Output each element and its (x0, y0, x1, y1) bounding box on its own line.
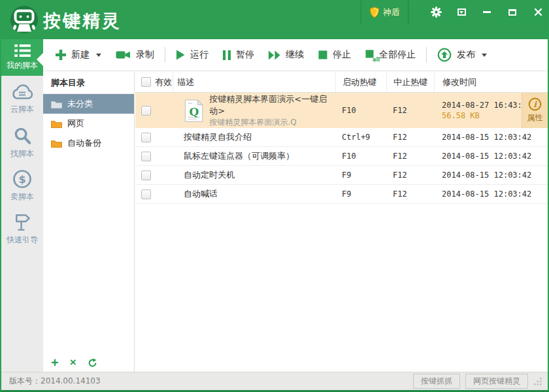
modified-time: 2014-08-15 12:03:42 (434, 133, 548, 142)
header-modified-time: 修改时间 (434, 72, 548, 92)
pause-label: 暂停 (236, 49, 254, 61)
sidebar-item-label: 找脚本 (10, 148, 34, 159)
app-logo-robot-icon (9, 5, 39, 35)
shield-badge[interactable]: 神盾 (369, 7, 400, 18)
publish-label: 发布 (457, 49, 475, 61)
row-checkbox[interactable] (141, 152, 151, 161)
script-title: 按键精灵自我介绍 (173, 131, 335, 143)
gear-icon (431, 7, 442, 18)
settings-button[interactable] (430, 6, 442, 19)
toolbar-separator (165, 47, 165, 63)
pause-icon (223, 50, 231, 60)
table-row-selected[interactable]: Q 按键精灵脚本界面演示<一键启动> 按键精灵脚本界面演示.Q F10 F12 … (135, 93, 548, 128)
select-all-checkbox[interactable] (141, 77, 151, 87)
row-checkbox[interactable] (141, 189, 151, 199)
table-row[interactable]: 鼠标左键连点器（可调频率） F10 F12 2014-08-15 12:03:4… (135, 147, 548, 166)
record-label: 录制 (136, 49, 154, 61)
svg-text:Q: Q (190, 105, 199, 118)
new-script-button[interactable]: 新建 (48, 39, 108, 71)
sidebar-item-cloud-scripts[interactable]: 云脚本 (1, 76, 43, 118)
sidebar-item-label: 我的脚本 (7, 60, 38, 71)
stop-all-icon: all (365, 50, 374, 60)
resume-button[interactable]: 继续 (261, 39, 311, 71)
folder-icon (51, 100, 62, 108)
script-filename: 按键精灵脚本界面演示.Q (209, 117, 335, 128)
publish-button[interactable]: 发布 (430, 39, 494, 71)
delete-folder-button[interactable]: × (70, 357, 76, 368)
file-size: 56.58 KB (442, 111, 480, 120)
sidebar-item-label: 快速引导 (7, 235, 38, 246)
tray-icon (458, 8, 466, 16)
run-label: 运行 (190, 49, 208, 61)
folder-item-label: 未分类 (67, 98, 93, 110)
header-abort-hotkey: 中止热键 (386, 72, 434, 92)
row-checkbox[interactable] (141, 171, 151, 180)
folder-item-label: 自动备份 (67, 137, 101, 149)
properties-button[interactable]: i 属性 (522, 93, 548, 128)
version-label: 版本号：2014.00.14103 (9, 376, 101, 387)
table-row[interactable]: 按键精灵自我介绍 Ctrl+9 F12 2014-08-15 12:03:42 (135, 128, 548, 147)
svg-text:$: $ (18, 173, 25, 186)
list-icon (14, 44, 31, 57)
status-bar: 版本号：2014.00.14103 按键抓抓 网页按键精灵 (1, 372, 548, 390)
dollar-circle-icon: $ (12, 169, 32, 189)
titlebar-separator (408, 1, 408, 24)
titlebar[interactable]: 按键精灵 神盾 (1, 0, 548, 39)
folder-item-web[interactable]: 网页 (43, 114, 134, 133)
script-list: 有效 描述 启动热键 中止热键 修改时间 Q 按键精灵脚本界面演示<一键启动> … (135, 72, 548, 372)
record-button[interactable]: 录制 (108, 39, 161, 71)
plus-icon (56, 50, 66, 60)
sidebar: 我的脚本 云脚本 找脚本 $ 卖脚本 (1, 39, 43, 372)
x-icon: × (70, 357, 76, 368)
start-hotkey: F9 (335, 189, 386, 199)
row-checkbox[interactable] (141, 106, 151, 116)
maximize-button[interactable] (507, 6, 518, 19)
stop-all-button[interactable]: all 全部停止 (358, 39, 423, 71)
folder-item-auto-backup[interactable]: 自动备份 (43, 133, 134, 153)
maximize-icon (508, 9, 516, 16)
app-window: 按键精灵 神盾 (0, 0, 549, 392)
sidebar-item-label: 云脚本 (10, 104, 34, 115)
script-title: 按键精灵脚本界面演示<一键启动> (209, 93, 335, 117)
stop-all-label: 全部停止 (379, 49, 416, 61)
abort-hotkey: F12 (386, 189, 434, 199)
table-header: 有效 描述 启动热键 中止热键 修改时间 (135, 72, 548, 93)
fast-forward-icon (269, 50, 280, 60)
close-button[interactable] (532, 6, 544, 19)
refresh-icon (88, 358, 97, 368)
minimize-to-tray-button[interactable] (456, 6, 467, 19)
toolbar: 新建 录制 运行 暂停 继续 (43, 39, 548, 71)
folder-panel-title: 脚本目录 (43, 72, 134, 94)
minimize-button[interactable] (481, 6, 493, 19)
script-title: 自动喊话 (173, 188, 335, 200)
refresh-button[interactable] (88, 358, 97, 368)
sidebar-item-find-scripts[interactable]: 找脚本 (1, 118, 43, 161)
titlebar-separator (361, 1, 361, 24)
stop-icon (318, 50, 327, 59)
modified-time: 2014-08-27 16:43:20 (442, 101, 531, 110)
stop-button[interactable]: 停止 (311, 39, 358, 71)
start-hotkey: F9 (335, 171, 386, 180)
resize-grip[interactable] (533, 377, 542, 386)
key-spy-button[interactable]: 按键抓抓 (413, 374, 460, 389)
folder-icon (51, 120, 62, 128)
sidebar-item-sell-scripts[interactable]: $ 卖脚本 (1, 161, 43, 203)
sidebar-item-quick-guide[interactable]: 快速引导 (1, 203, 43, 246)
table-row[interactable]: 自动喊话 F9 F12 2014-08-15 12:03:42 (135, 185, 548, 204)
resume-label: 继续 (286, 49, 304, 61)
folder-item-uncategorized[interactable]: 未分类 (43, 94, 134, 114)
folder-item-label: 网页 (67, 118, 84, 129)
header-start-hotkey: 启动热键 (335, 72, 386, 92)
run-button[interactable]: 运行 (169, 39, 216, 71)
sidebar-item-label: 卖脚本 (10, 191, 34, 203)
add-folder-button[interactable]: + (51, 357, 59, 368)
shield-icon (369, 7, 380, 18)
table-row[interactable]: 自动定时关机 F9 F12 2014-08-15 12:03:42 (135, 166, 548, 185)
start-hotkey: F10 (335, 152, 386, 161)
script-file-icon: Q (184, 99, 203, 123)
toolbar-separator (426, 47, 427, 63)
pause-button[interactable]: 暂停 (216, 39, 261, 71)
chevron-down-icon (482, 54, 487, 57)
web-quickmacro-button[interactable]: 网页按键精灵 (465, 374, 528, 389)
row-checkbox[interactable] (141, 133, 151, 142)
